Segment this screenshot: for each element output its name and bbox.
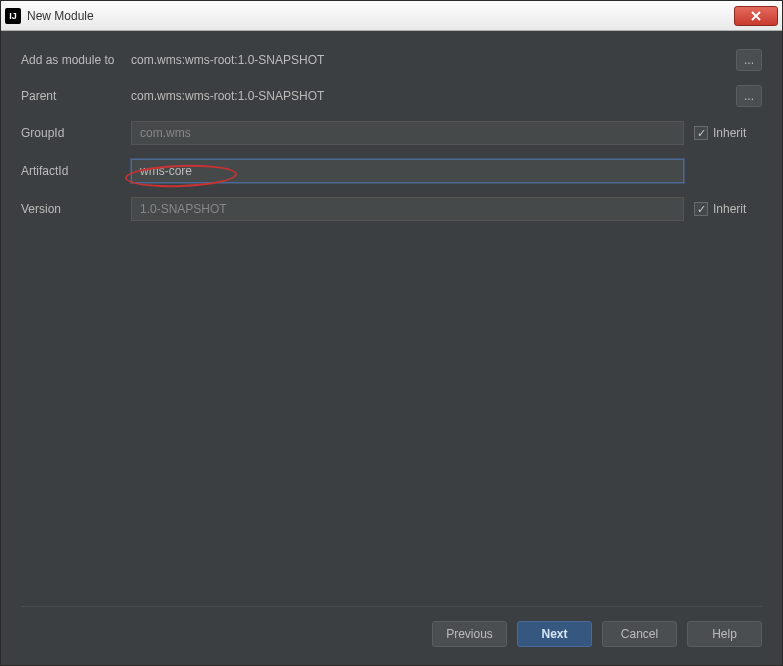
add-as-module-browse-button[interactable]: ... bbox=[736, 49, 762, 71]
artifactid-label: ArtifactId bbox=[21, 164, 131, 178]
artifactid-row: ArtifactId bbox=[21, 159, 762, 183]
new-module-dialog: IJ New Module Add as module to com.wms:w… bbox=[0, 0, 783, 666]
version-label: Version bbox=[21, 202, 131, 216]
groupid-inherit-checkbox[interactable]: ✓ bbox=[694, 126, 708, 140]
parent-value: com.wms:wms-root:1.0-SNAPSHOT bbox=[131, 89, 736, 103]
version-inherit-checkbox[interactable]: ✓ bbox=[694, 202, 708, 216]
next-button[interactable]: Next bbox=[517, 621, 592, 647]
previous-button[interactable]: Previous bbox=[432, 621, 507, 647]
version-inherit[interactable]: ✓ Inherit bbox=[694, 202, 762, 216]
content-area: Add as module to com.wms:wms-root:1.0-SN… bbox=[1, 31, 782, 665]
groupid-inherit[interactable]: ✓ Inherit bbox=[694, 126, 762, 140]
add-as-module-value: com.wms:wms-root:1.0-SNAPSHOT bbox=[131, 53, 736, 67]
add-as-module-row: Add as module to com.wms:wms-root:1.0-SN… bbox=[21, 49, 762, 71]
parent-label: Parent bbox=[21, 89, 131, 103]
add-as-module-label: Add as module to bbox=[21, 53, 131, 67]
parent-browse-button[interactable]: ... bbox=[736, 85, 762, 107]
app-icon: IJ bbox=[5, 8, 21, 24]
groupid-input[interactable] bbox=[131, 121, 684, 145]
titlebar: IJ New Module bbox=[1, 1, 782, 31]
window-title: New Module bbox=[27, 9, 734, 23]
version-inherit-label: Inherit bbox=[713, 202, 746, 216]
close-button[interactable] bbox=[734, 6, 778, 26]
close-icon bbox=[750, 11, 762, 21]
version-row: Version ✓ Inherit bbox=[21, 197, 762, 221]
groupid-inherit-label: Inherit bbox=[713, 126, 746, 140]
help-button[interactable]: Help bbox=[687, 621, 762, 647]
artifactid-input[interactable] bbox=[131, 159, 684, 183]
cancel-button[interactable]: Cancel bbox=[602, 621, 677, 647]
button-bar: Previous Next Cancel Help bbox=[21, 606, 762, 647]
groupid-row: GroupId ✓ Inherit bbox=[21, 121, 762, 145]
version-input[interactable] bbox=[131, 197, 684, 221]
groupid-label: GroupId bbox=[21, 126, 131, 140]
parent-row: Parent com.wms:wms-root:1.0-SNAPSHOT ... bbox=[21, 85, 762, 107]
